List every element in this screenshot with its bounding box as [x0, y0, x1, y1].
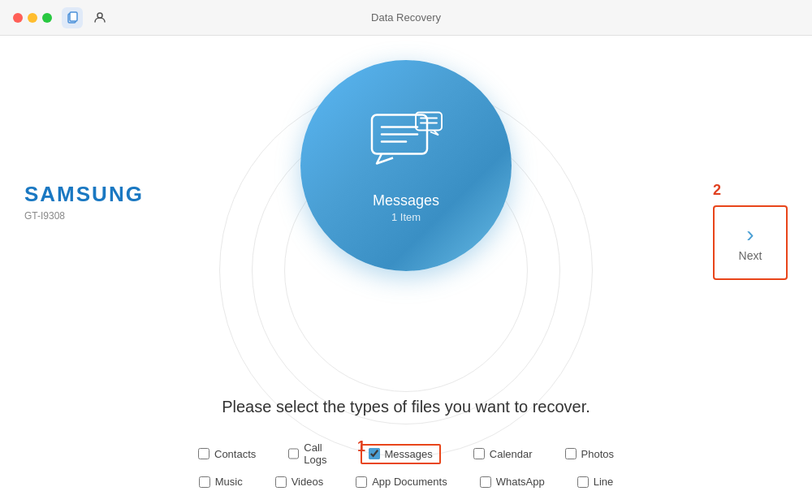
step2-annotation: 2 — [713, 182, 788, 199]
center-icon-sublabel: 1 Item — [391, 211, 421, 223]
videos-label: Videos — [292, 476, 324, 488]
device-model: GT-I9308 — [24, 210, 144, 222]
traffic-lights — [13, 13, 52, 23]
photos-label: Photos — [581, 448, 614, 460]
checkbox-photos[interactable]: Photos — [565, 448, 614, 460]
checkboxes-area: Contacts Call Logs Messages Calendar Pho… — [198, 442, 614, 488]
close-button[interactable] — [13, 13, 23, 23]
center-icon-circle: Messages 1 Item — [300, 60, 512, 271]
calendar-checkbox[interactable] — [473, 448, 485, 459]
calendar-label: Calendar — [490, 448, 533, 460]
whatsapp-label: WhatsApp — [496, 476, 545, 488]
videos-checkbox[interactable] — [275, 476, 287, 488]
checkbox-line[interactable]: Line — [577, 476, 614, 488]
checkbox-messages[interactable]: Messages — [361, 444, 441, 464]
line-label: Line — [594, 476, 614, 488]
brand-area: SAMSUNG GT-I9308 — [24, 182, 144, 222]
checkbox-videos[interactable]: Videos — [275, 476, 324, 488]
calllogs-checkbox[interactable] — [288, 448, 299, 459]
checkbox-row-1: Contacts Call Logs Messages Calendar Pho… — [198, 442, 614, 466]
center-icon-label: Messages — [373, 192, 439, 209]
prompt-text: Please select the types of files you wan… — [222, 398, 590, 416]
window-title: Data Recovery — [371, 11, 441, 24]
checkbox-contacts[interactable]: Contacts — [198, 448, 256, 460]
music-label: Music — [215, 476, 243, 488]
messages-label: Messages — [385, 448, 433, 460]
calllogs-label: Call Logs — [304, 442, 327, 466]
next-button-container: 2 › Next — [713, 182, 788, 280]
title-bar: Data Recovery — [0, 0, 812, 36]
contacts-label: Contacts — [214, 448, 256, 460]
svg-rect-1 — [70, 12, 77, 21]
step1-annotation: 1 — [357, 438, 365, 455]
chevron-right-icon: › — [746, 223, 754, 246]
next-button[interactable]: › Next — [713, 205, 788, 280]
main-content: SAMSUNG GT-I9308 Messages 1 Item 2 › Nex… — [0, 36, 812, 504]
checkbox-music[interactable]: Music — [199, 476, 243, 488]
checkbox-row-2: Music Videos App Documents WhatsApp Line — [199, 476, 614, 488]
whatsapp-checkbox[interactable] — [480, 476, 491, 488]
checkbox-calendar[interactable]: Calendar — [473, 448, 533, 460]
messages-icon — [365, 109, 447, 178]
svg-point-2 — [97, 13, 102, 18]
messages-checkbox[interactable] — [369, 448, 380, 459]
music-checkbox[interactable] — [199, 476, 210, 488]
checkbox-calllogs[interactable]: Call Logs — [288, 442, 327, 466]
line-checkbox[interactable] — [577, 476, 589, 488]
samsung-logo: SAMSUNG — [24, 182, 144, 207]
copy-icon[interactable] — [62, 7, 83, 28]
contacts-checkbox[interactable] — [198, 448, 209, 459]
title-bar-icons — [62, 7, 110, 28]
next-label: Next — [739, 249, 762, 262]
minimize-button[interactable] — [28, 13, 37, 23]
appdocs-checkbox[interactable] — [356, 476, 367, 488]
maximize-button[interactable] — [42, 13, 52, 23]
checkbox-appdocs[interactable]: App Documents — [356, 476, 447, 488]
checkbox-whatsapp[interactable]: WhatsApp — [480, 476, 545, 488]
appdocs-label: App Documents — [372, 476, 447, 488]
account-icon[interactable] — [89, 7, 110, 28]
photos-checkbox[interactable] — [565, 448, 577, 459]
